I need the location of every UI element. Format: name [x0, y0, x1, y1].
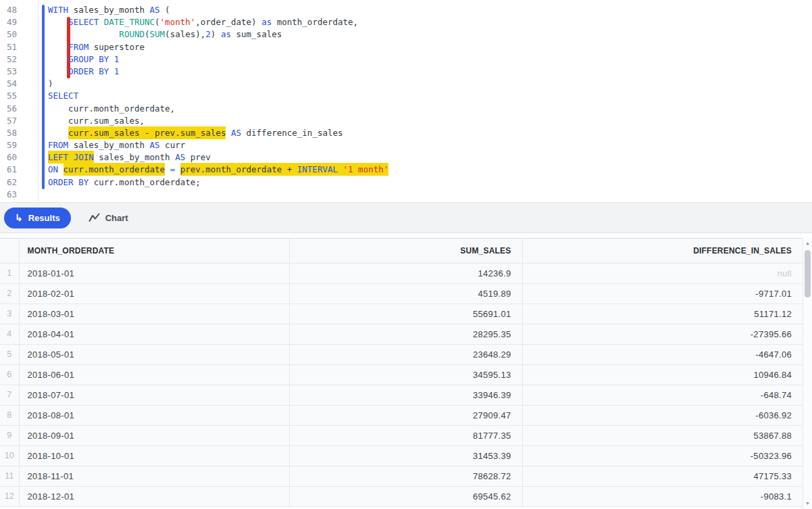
difference-in-sales-cell[interactable]: 47175.33	[522, 466, 803, 486]
difference-in-sales-cell[interactable]: -4647.06	[522, 344, 803, 364]
scrollbar-thumb[interactable]	[805, 250, 811, 297]
sum-sales-cell[interactable]: 4519.89	[289, 283, 522, 304]
difference-in-sales-cell[interactable]: -9083.1	[522, 486, 803, 506]
row-index-cell: 7	[0, 385, 19, 405]
sum-sales-cell[interactable]: 27909.47	[289, 405, 522, 425]
code-line[interactable]: WITH sales_by_month AS (	[0, 5, 812, 17]
results-panel: MONTH_ORDERDATE SUM_SALES DIFFERENCE_IN_…	[0, 233, 812, 509]
sum-sales-cell[interactable]: 23648.29	[289, 344, 522, 364]
row-index-cell: 8	[0, 405, 19, 425]
table-row[interactable]: 52018-05-0123648.29-4647.06	[0, 344, 803, 364]
month-orderdate-cell[interactable]: 2018-12-01	[19, 486, 289, 506]
table-header-row: MONTH_ORDERDATE SUM_SALES DIFFERENCE_IN_…	[0, 239, 803, 263]
table-row[interactable]: 122018-12-0169545.62-9083.1	[0, 486, 803, 506]
month-orderdate-cell[interactable]: 2018-07-01	[19, 385, 289, 405]
results-tab-label: Results	[28, 213, 60, 223]
row-index-cell: 6	[0, 364, 19, 385]
table-row[interactable]: 82018-08-0127909.47-6036.92	[0, 405, 803, 425]
table-row[interactable]: 12018-01-0114236.9null	[0, 263, 803, 283]
table-body: 12018-01-0114236.9null22018-02-014519.89…	[0, 263, 803, 506]
sum-sales-cell[interactable]: 81777.35	[289, 425, 522, 445]
row-index-cell: 3	[0, 304, 19, 324]
code-line[interactable]: ORDER BY curr.month_orderdate;	[0, 177, 812, 189]
table-row[interactable]: 32018-03-0155691.0151171.12	[0, 304, 803, 324]
table-row[interactable]: 72018-07-0133946.39-648.74	[0, 385, 803, 405]
code-line[interactable]: curr.sum_sales - prev.sum_sales AS diffe…	[0, 128, 812, 140]
sum-sales-cell[interactable]: 78628.72	[289, 466, 522, 486]
line-chart-icon	[88, 213, 100, 222]
row-index-cell: 1	[0, 263, 19, 283]
code-line[interactable]: FROM sales_by_month AS curr	[0, 140, 812, 152]
row-index-cell: 10	[0, 445, 19, 466]
code-line[interactable]: )	[0, 78, 812, 91]
row-index-cell: 11	[0, 466, 19, 486]
editor-code[interactable]: WITH sales_by_month AS ( SELECT DATE_TRU…	[0, 5, 812, 201]
month-orderdate-cell[interactable]: 2018-05-01	[19, 344, 289, 364]
code-line[interactable]: ORDER BY 1	[0, 66, 812, 78]
month-orderdate-cell[interactable]: 2018-10-01	[19, 445, 289, 466]
column-header-month-orderdate[interactable]: MONTH_ORDERDATE	[19, 239, 289, 263]
month-orderdate-cell[interactable]: 2018-09-01	[19, 425, 289, 445]
sum-sales-cell[interactable]: 69545.62	[289, 486, 522, 506]
table-row[interactable]: 42018-04-0128295.35-27395.66	[0, 324, 803, 344]
difference-in-sales-cell[interactable]: -50323.96	[522, 445, 803, 466]
code-line[interactable]	[0, 189, 812, 201]
code-line[interactable]: SELECT	[0, 91, 812, 103]
difference-in-sales-cell[interactable]: -6036.92	[522, 405, 803, 425]
sql-client-window: 48495051525354555657585960616263 WITH sa…	[0, 0, 812, 509]
vertical-scrollbar[interactable]: ▲ ▼	[803, 238, 812, 509]
results-tab-button[interactable]: ↳ Results	[4, 208, 71, 228]
sql-editor[interactable]: 48495051525354555657585960616263 WITH sa…	[0, 0, 812, 202]
scroll-up-arrow[interactable]: ▲	[803, 240, 812, 247]
sum-sales-cell[interactable]: 34595.13	[289, 364, 522, 385]
sum-sales-cell[interactable]: 31453.39	[289, 445, 522, 466]
sum-sales-cell[interactable]: 14236.9	[289, 263, 522, 283]
month-orderdate-cell[interactable]: 2018-11-01	[19, 466, 289, 486]
month-orderdate-cell[interactable]: 2018-03-01	[19, 304, 289, 324]
column-header-difference-in-sales[interactable]: DIFFERENCE_IN_SALES	[522, 239, 803, 263]
results-toolbar: ↳ Results Chart	[0, 202, 812, 233]
row-index-cell: 12	[0, 486, 19, 506]
code-line[interactable]: GROUP BY 1	[0, 54, 812, 66]
month-orderdate-cell[interactable]: 2018-08-01	[19, 405, 289, 425]
table-row[interactable]: 112018-11-0178628.7247175.33	[0, 466, 803, 486]
month-orderdate-cell[interactable]: 2018-06-01	[19, 364, 289, 385]
difference-in-sales-cell[interactable]: 51171.12	[522, 304, 803, 324]
month-orderdate-cell[interactable]: 2018-04-01	[19, 324, 289, 344]
sum-sales-cell[interactable]: 28295.35	[289, 324, 522, 344]
chart-tab[interactable]: Chart	[88, 213, 128, 223]
row-index-cell: 5	[0, 344, 19, 364]
code-line[interactable]: SELECT DATE_TRUNC('month',order_date) as…	[0, 17, 812, 29]
difference-in-sales-cell[interactable]: -9717.01	[522, 283, 803, 304]
return-arrow-icon: ↳	[15, 213, 23, 222]
chart-tab-label: Chart	[105, 213, 128, 223]
table-row[interactable]: 62018-06-0134595.1310946.84	[0, 364, 803, 385]
code-line[interactable]: ON curr.month_orderdate = prev.month_ord…	[0, 164, 812, 176]
difference-in-sales-cell[interactable]: 53867.88	[522, 425, 803, 445]
difference-in-sales-cell[interactable]: 10946.84	[522, 364, 803, 385]
row-index-header	[0, 239, 19, 263]
difference-in-sales-cell[interactable]: -27395.66	[522, 324, 803, 344]
code-line[interactable]: FROM superstore	[0, 42, 812, 54]
table-row[interactable]: 102018-10-0131453.39-50323.96	[0, 445, 803, 466]
code-line[interactable]: ROUND(SUM(sales),2) as sum_sales	[0, 29, 812, 41]
results-grid: MONTH_ORDERDATE SUM_SALES DIFFERENCE_IN_…	[0, 238, 803, 507]
results-table: MONTH_ORDERDATE SUM_SALES DIFFERENCE_IN_…	[0, 239, 803, 507]
row-index-cell: 9	[0, 425, 19, 445]
sum-sales-cell[interactable]: 55691.01	[289, 304, 522, 324]
column-header-sum-sales[interactable]: SUM_SALES	[289, 239, 522, 263]
month-orderdate-cell[interactable]: 2018-02-01	[19, 283, 289, 304]
month-orderdate-cell[interactable]: 2018-01-01	[19, 263, 289, 283]
sum-sales-cell[interactable]: 33946.39	[289, 385, 522, 405]
difference-in-sales-cell[interactable]: null	[522, 263, 803, 283]
scroll-down-arrow[interactable]: ▼	[803, 500, 812, 507]
row-index-cell: 4	[0, 324, 19, 344]
row-index-cell: 2	[0, 283, 19, 304]
difference-in-sales-cell[interactable]: -648.74	[522, 385, 803, 405]
code-line[interactable]: curr.month_orderdate,	[0, 103, 812, 116]
table-row[interactable]: 22018-02-014519.89-9717.01	[0, 283, 803, 304]
table-row[interactable]: 92018-09-0181777.3553867.88	[0, 425, 803, 445]
